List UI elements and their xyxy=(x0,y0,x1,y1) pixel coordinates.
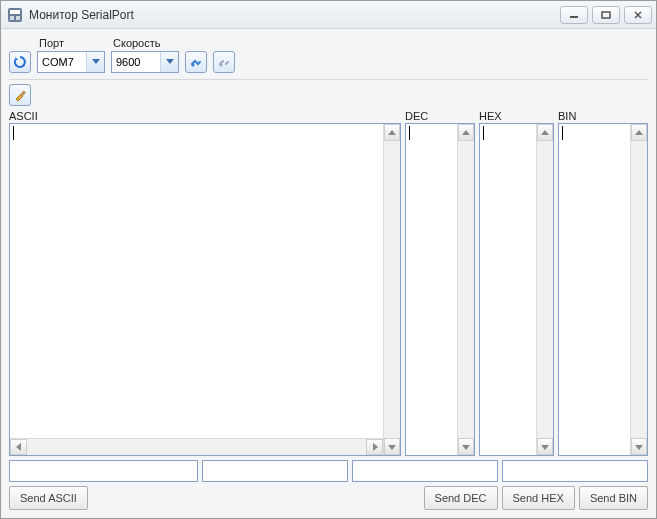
ascii-hscroll[interactable] xyxy=(10,438,383,455)
dec-vscroll[interactable] xyxy=(457,124,474,455)
scroll-left-icon[interactable] xyxy=(10,439,27,455)
scroll-up-icon[interactable] xyxy=(458,124,474,141)
svg-point-7 xyxy=(220,64,223,67)
scroll-down-icon[interactable] xyxy=(384,438,400,455)
send-bin-button[interactable]: Send BIN xyxy=(579,486,648,510)
client-area: Порт COM7 Скорость 9600 xyxy=(1,29,656,518)
send-button-row: Send ASCII Send DEC Send HEX Send BIN xyxy=(9,486,648,510)
dec-input[interactable] xyxy=(202,460,348,482)
ascii-vscroll[interactable] xyxy=(383,124,400,455)
send-hex-button[interactable]: Send HEX xyxy=(502,486,575,510)
maximize-button[interactable] xyxy=(592,6,620,24)
window-title: Монитор SerialPort xyxy=(29,8,560,22)
speed-value: 9600 xyxy=(112,56,160,68)
ascii-header: ASCII xyxy=(9,110,401,123)
port-field: Порт COM7 xyxy=(37,37,105,73)
scroll-down-icon[interactable] xyxy=(537,438,553,455)
bin-column: BIN xyxy=(558,110,648,456)
disconnect-button[interactable] xyxy=(213,51,235,73)
svg-rect-5 xyxy=(602,12,610,18)
hex-input[interactable] xyxy=(352,460,498,482)
scroll-down-icon[interactable] xyxy=(631,438,647,455)
hex-vscroll[interactable] xyxy=(536,124,553,455)
svg-rect-2 xyxy=(10,16,14,20)
window-controls xyxy=(560,6,652,24)
spacer xyxy=(92,486,420,510)
titlebar: Монитор SerialPort xyxy=(1,1,656,29)
dec-content xyxy=(406,124,457,455)
scroll-up-icon[interactable] xyxy=(631,124,647,141)
chevron-down-icon[interactable] xyxy=(86,52,104,72)
scroll-up-icon[interactable] xyxy=(537,124,553,141)
chevron-down-icon[interactable] xyxy=(160,52,178,72)
connect-button[interactable] xyxy=(185,51,207,73)
scroll-down-icon[interactable] xyxy=(458,438,474,455)
ascii-content xyxy=(10,124,383,438)
port-combo[interactable]: COM7 xyxy=(37,51,105,73)
scroll-up-icon[interactable] xyxy=(384,124,400,141)
close-button[interactable] xyxy=(624,6,652,24)
hex-display[interactable] xyxy=(479,123,554,456)
input-row xyxy=(9,460,648,482)
bin-content xyxy=(559,124,630,455)
display-columns: ASCII DEC xyxy=(9,110,648,456)
dec-column: DEC xyxy=(405,110,475,456)
toolbar-clear xyxy=(9,80,648,110)
bin-display[interactable] xyxy=(558,123,648,456)
ascii-input[interactable] xyxy=(9,460,198,482)
ascii-display[interactable] xyxy=(9,123,401,456)
hex-column: HEX xyxy=(479,110,554,456)
svg-rect-4 xyxy=(570,16,578,18)
dec-display[interactable] xyxy=(405,123,475,456)
port-value: COM7 xyxy=(38,56,86,68)
dec-header: DEC xyxy=(405,110,475,123)
bin-header: BIN xyxy=(558,110,648,123)
svg-point-6 xyxy=(192,64,195,67)
toolbar-connection: Порт COM7 Скорость 9600 xyxy=(9,37,648,80)
speed-field: Скорость 9600 xyxy=(111,37,179,73)
scroll-right-icon[interactable] xyxy=(366,439,383,455)
svg-rect-3 xyxy=(16,16,20,20)
app-window: Монитор SerialPort Порт xyxy=(0,0,657,519)
minimize-button[interactable] xyxy=(560,6,588,24)
speed-label: Скорость xyxy=(111,37,179,49)
clear-button[interactable] xyxy=(9,84,31,106)
bin-vscroll[interactable] xyxy=(630,124,647,455)
port-label: Порт xyxy=(37,37,105,49)
speed-combo[interactable]: 9600 xyxy=(111,51,179,73)
send-dec-button[interactable]: Send DEC xyxy=(424,486,498,510)
send-ascii-button[interactable]: Send ASCII xyxy=(9,486,88,510)
bin-input[interactable] xyxy=(502,460,648,482)
ascii-column: ASCII xyxy=(9,110,401,456)
hex-content xyxy=(480,124,536,455)
app-icon xyxy=(7,7,23,23)
hex-header: HEX xyxy=(479,110,554,123)
svg-rect-1 xyxy=(10,10,20,14)
refresh-button[interactable] xyxy=(9,51,31,73)
